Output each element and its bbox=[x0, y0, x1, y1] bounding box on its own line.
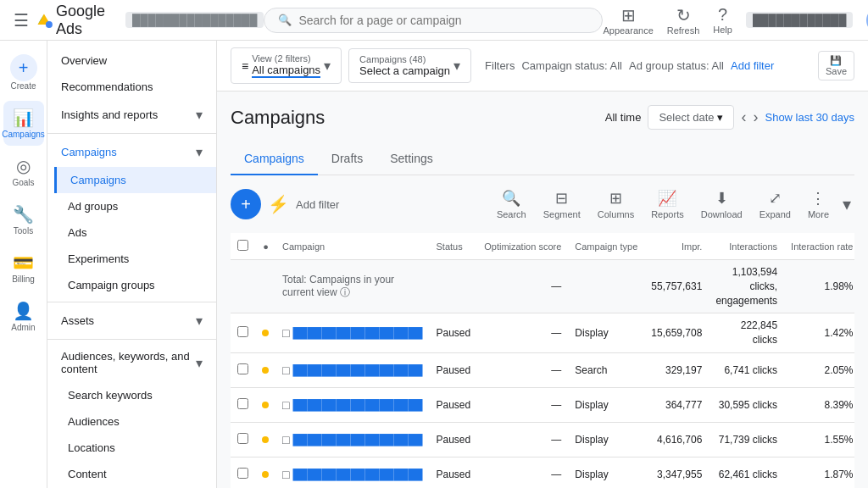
sidebar-item-search-keywords[interactable]: Search keywords bbox=[54, 382, 216, 408]
sidebar-item-assets[interactable]: Assets ▾ bbox=[47, 306, 216, 336]
row-checkbox[interactable] bbox=[237, 326, 248, 337]
add-campaign-button[interactable]: + bbox=[231, 189, 261, 219]
search-bar[interactable]: 🔍 bbox=[264, 8, 603, 33]
row-checkbox[interactable] bbox=[237, 433, 248, 444]
sidebar: Overview Recommendations Insights and re… bbox=[47, 41, 217, 488]
help-button[interactable]: ? Help bbox=[713, 5, 732, 35]
sidebar-icon-billing[interactable]: 💳 Billing bbox=[3, 246, 44, 291]
row-checkbox-cell[interactable] bbox=[231, 313, 255, 353]
sidebar-item-content[interactable]: Content bbox=[54, 461, 216, 487]
campaign-status-filter[interactable]: Campaign status: All bbox=[521, 59, 622, 72]
row-checkbox-cell[interactable] bbox=[231, 457, 255, 488]
campaign-name-link[interactable]: ██████████████████ bbox=[292, 399, 422, 411]
sidebar-item-audiences-section[interactable]: Audiences, keywords, and content ▾ bbox=[47, 343, 216, 382]
sidebar-icon-tools[interactable]: 🔧 Tools bbox=[3, 197, 44, 242]
row-checkbox-cell[interactable] bbox=[231, 387, 255, 422]
tab-settings[interactable]: Settings bbox=[376, 143, 447, 175]
segment-tool-button[interactable]: ⊟ Segment bbox=[537, 186, 587, 223]
row-checkbox[interactable] bbox=[237, 468, 248, 479]
sidebar-icon-campaigns[interactable]: 📊 Campaigns bbox=[3, 101, 44, 146]
appearance-button[interactable]: ⊞ Appearance bbox=[603, 5, 653, 36]
ad-group-status-filter[interactable]: Ad group status: All bbox=[629, 59, 724, 72]
account-selector[interactable]: ████████████ bbox=[746, 12, 854, 28]
sidebar-item-overview[interactable]: Overview bbox=[47, 47, 216, 74]
tab-campaigns[interactable]: Campaigns bbox=[231, 143, 318, 175]
sidebar-item-ad-groups[interactable]: Ad groups bbox=[54, 193, 216, 219]
campaign-dropdown[interactable]: Campaigns (48) Select a campaign ▾ bbox=[348, 48, 471, 83]
expand-tool-button[interactable]: ⤢ Expand bbox=[753, 186, 798, 223]
date-range-select[interactable]: Select date ▾ bbox=[648, 105, 734, 130]
sidebar-item-campaign-groups[interactable]: Campaign groups bbox=[54, 272, 216, 298]
campaign-name-link[interactable]: ██████████████████ bbox=[292, 364, 422, 376]
sidebar-item-audiences[interactable]: Audiences bbox=[54, 408, 216, 435]
interactions-col-header[interactable]: Interactions bbox=[709, 233, 784, 260]
top-nav-right: ⊞ Appearance ↻ Refresh ? Help ██████████… bbox=[603, 5, 868, 36]
optimization-col-header[interactable]: Optimization score bbox=[477, 233, 568, 260]
view-chevron-icon: ▾ bbox=[324, 58, 331, 74]
sidebar-item-campaigns[interactable]: Campaigns bbox=[54, 167, 216, 193]
sidebar-item-recommendations[interactable]: Recommendations bbox=[47, 74, 216, 100]
sidebar-icon-create[interactable]: + Create bbox=[3, 47, 44, 97]
prev-date-icon[interactable]: ‹ bbox=[741, 108, 746, 126]
view-button[interactable]: ≡ View (2 filters) All campaigns ▾ bbox=[231, 47, 342, 84]
row-status: Paused bbox=[430, 313, 478, 353]
status-dot bbox=[262, 436, 269, 443]
add-filter-button[interactable]: Add filter bbox=[731, 59, 774, 72]
search-input[interactable] bbox=[298, 14, 588, 27]
campaign-type-icon: □ bbox=[282, 326, 289, 340]
search-icon: 🔍 bbox=[278, 14, 292, 26]
sidebar-item-experiments[interactable]: Experiments bbox=[54, 246, 216, 272]
campaign-type-col-header[interactable]: Campaign type bbox=[568, 233, 644, 260]
campaign-name-link[interactable]: ██████████████████ bbox=[292, 434, 422, 446]
sidebar-item-ads[interactable]: Ads bbox=[54, 219, 216, 246]
sidebar-item-campaigns-section[interactable]: Campaigns ▾ bbox=[47, 137, 216, 167]
row-checkbox-cell[interactable] bbox=[231, 352, 255, 387]
impr-col-header[interactable]: Impr. bbox=[644, 233, 709, 260]
row-campaign-name: □ ██████████████████ bbox=[275, 313, 430, 353]
sidebar-icon-admin[interactable]: 👤 Admin bbox=[3, 294, 44, 339]
interaction-rate-col-header[interactable]: Interaction rate bbox=[784, 233, 854, 260]
row-interactions: 6,741 clicks bbox=[709, 352, 784, 387]
row-checkbox-cell[interactable] bbox=[231, 422, 255, 457]
reports-tool-button[interactable]: 📈 Reports bbox=[644, 186, 691, 223]
goals-label: Goals bbox=[12, 178, 34, 187]
sidebar-icon-bar: + Create 📊 Campaigns ◎ Goals 🔧 Tools 💳 B… bbox=[0, 41, 47, 488]
tab-drafts[interactable]: Drafts bbox=[318, 143, 376, 175]
filter-icon[interactable]: ⚡ bbox=[268, 194, 289, 214]
total-type-val bbox=[568, 260, 644, 313]
row-status-indicator bbox=[255, 457, 275, 488]
status-col-header[interactable]: Status bbox=[430, 233, 478, 260]
select-all-header[interactable] bbox=[231, 233, 255, 260]
next-date-icon[interactable]: › bbox=[753, 108, 758, 126]
sidebar-icon-goals[interactable]: ◎ Goals bbox=[3, 149, 44, 194]
select-all-checkbox[interactable] bbox=[237, 240, 248, 251]
campaign-name-link[interactable]: ██████████████████ bbox=[292, 469, 422, 480]
campaign-col-header[interactable]: Campaign bbox=[275, 233, 430, 260]
divider-1 bbox=[47, 133, 216, 134]
row-campaign-name: □ ██████████████████ bbox=[275, 422, 430, 457]
refresh-button[interactable]: ↻ Refresh bbox=[667, 5, 700, 36]
sidebar-item-locations[interactable]: Locations bbox=[54, 435, 216, 461]
logo: Google Ads bbox=[36, 3, 112, 38]
more-tool-button[interactable]: ⋮ More bbox=[801, 186, 836, 223]
row-interaction-rate: 8.39% bbox=[784, 387, 854, 422]
search-tool-button[interactable]: 🔍 Search bbox=[490, 186, 533, 223]
sidebar-item-insights[interactable]: Insights and reports ▾ bbox=[47, 100, 216, 130]
row-checkbox[interactable] bbox=[237, 363, 248, 374]
hamburger-icon[interactable]: ☰ bbox=[14, 10, 29, 30]
columns-tool-button[interactable]: ⊞ Columns bbox=[591, 186, 641, 223]
save-button[interactable]: 💾 Save bbox=[818, 51, 854, 80]
show-last-30-link[interactable]: Show last 30 days bbox=[765, 111, 854, 124]
row-campaign-type: Display bbox=[568, 387, 644, 422]
assets-expand-icon: ▾ bbox=[196, 313, 203, 329]
total-info-icon[interactable]: ⓘ bbox=[340, 286, 350, 298]
add-filter-table-button[interactable]: Add filter bbox=[296, 198, 339, 211]
row-checkbox[interactable] bbox=[237, 398, 248, 409]
row-status-indicator bbox=[255, 422, 275, 457]
table-collapse-button[interactable]: ▾ bbox=[839, 191, 854, 218]
campaign-name-link[interactable]: ██████████████████ bbox=[292, 327, 422, 339]
columns-tool-icon: ⊞ bbox=[609, 189, 622, 208]
download-tool-button[interactable]: ⬇ Download bbox=[694, 186, 749, 223]
date-range-label: All time bbox=[605, 111, 642, 124]
total-impr: 55,757,631 bbox=[644, 260, 709, 313]
